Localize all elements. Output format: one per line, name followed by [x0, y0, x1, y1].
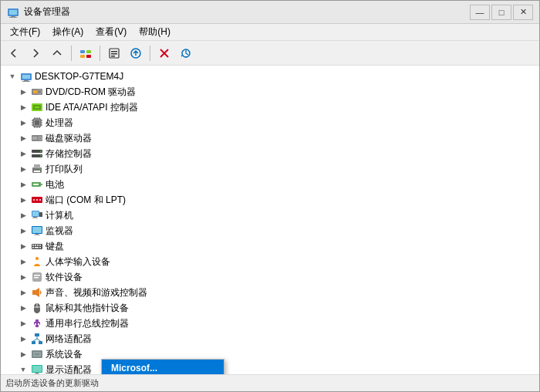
system-expand-icon[interactable]: ▶	[18, 349, 29, 360]
mouse-icon	[31, 302, 43, 314]
svg-rect-71	[39, 245, 41, 246]
svg-rect-77	[34, 275, 40, 276]
close-button[interactable]: ✕	[513, 5, 533, 20]
maximize-button[interactable]: □	[491, 5, 511, 20]
tree-container: ▼ DESKTOP-G7TEM4J ▶	[1, 66, 539, 374]
properties-button[interactable]	[104, 44, 124, 63]
root-label: DESKTOP-G7TEM4J	[35, 71, 123, 82]
keyboard-expand-icon[interactable]: ▶	[18, 241, 29, 252]
display-expand-icon[interactable]: ▼	[18, 364, 29, 374]
sound-icon	[31, 286, 43, 299]
computer-expand-icon[interactable]: ▶	[18, 210, 29, 221]
disk-label: 磁盘驱动器	[46, 132, 92, 145]
tree-item-network[interactable]: ▶ 网络适配器	[1, 331, 539, 346]
svg-rect-98	[35, 373, 39, 374]
dvd-expand-icon[interactable]: ▶	[18, 86, 29, 97]
software-label: 软件设备	[46, 271, 83, 284]
svg-rect-89	[39, 341, 42, 344]
uninstall-button[interactable]	[154, 44, 174, 63]
svg-rect-9	[111, 51, 117, 52]
tree-item-port[interactable]: ▶ 端口 (COM 和 LPT)	[1, 192, 539, 208]
menu-action[interactable]: 操作(A)	[46, 24, 89, 40]
ide-label: IDE ATA/ATAPI 控制器	[46, 101, 138, 114]
hid-expand-icon[interactable]: ▶	[18, 256, 29, 267]
dvd-icon	[31, 86, 43, 98]
tree-item-disk[interactable]: ▶ 磁盘驱动器	[1, 130, 539, 146]
toolbar-sep2	[100, 46, 100, 61]
network-expand-icon[interactable]: ▶	[18, 333, 29, 344]
software-icon	[31, 271, 43, 283]
cpu-icon	[31, 117, 43, 129]
tree-item-storage[interactable]: ▶ 存储控制器	[1, 146, 539, 161]
root-expand-icon[interactable]: ▼	[7, 71, 18, 82]
mouse-expand-icon[interactable]: ▶	[18, 302, 29, 313]
tree-item-battery[interactable]: ▶ 电池	[1, 177, 539, 192]
svg-rect-61	[33, 217, 37, 218]
svg-rect-1	[9, 10, 17, 15]
main-content[interactable]: ▼ DESKTOP-G7TEM4J ▶	[1, 66, 539, 374]
tree-item-dvd[interactable]: ▶ DVD/CD-ROM 驱动器	[1, 84, 539, 100]
tree-item-display[interactable]: ▼ 显示适配器	[1, 362, 539, 374]
serial-expand-icon[interactable]: ▶	[18, 318, 29, 329]
dvd-label: DVD/CD-ROM 驱动器	[46, 86, 136, 99]
svg-rect-78	[34, 277, 39, 279]
tree-item-ide[interactable]: ▶ IDE ATA/ATAPI 控制器	[1, 100, 539, 115]
software-expand-icon[interactable]: ▶	[18, 272, 29, 282]
svg-rect-42	[32, 137, 37, 140]
tree-item-print[interactable]: ▶ 打印队列	[1, 161, 539, 177]
menu-help[interactable]: 帮助(H)	[133, 24, 177, 40]
svg-rect-83	[35, 323, 36, 325]
svg-rect-66	[34, 235, 40, 235]
tree-item-keyboard[interactable]: ▶ 键盘	[1, 238, 539, 254]
menu-bar: 文件(F) 操作(A) 查看(V) 帮助(H)	[1, 24, 539, 41]
tree-item-mouse[interactable]: ▶ 鼠标和其他指针设备	[1, 300, 539, 316]
tree-item-serial[interactable]: ▶ 通用串行总线控制器	[1, 316, 539, 331]
update-driver-button[interactable]	[126, 44, 146, 63]
print-expand-icon[interactable]: ▶	[18, 164, 29, 174]
serial-icon	[31, 317, 43, 329]
port-expand-icon[interactable]: ▶	[18, 194, 29, 205]
up-button[interactable]	[47, 44, 67, 63]
svg-rect-18	[22, 81, 30, 82]
port-icon	[31, 194, 43, 206]
svg-rect-25	[35, 106, 39, 108]
hid-icon	[31, 255, 43, 268]
tree-item-cpu[interactable]: ▶	[1, 115, 539, 130]
back-button[interactable]	[4, 44, 24, 63]
monitor-label: 监视器	[46, 225, 73, 238]
show-all-button[interactable]	[76, 44, 96, 63]
cpu-expand-icon[interactable]: ▶	[18, 117, 29, 128]
battery-expand-icon[interactable]: ▶	[18, 179, 29, 190]
print-label: 打印队列	[46, 163, 83, 176]
tree-item-computer[interactable]: ▶ 计算机	[1, 208, 539, 223]
storage-expand-icon[interactable]: ▶	[18, 148, 29, 159]
network-label: 网络适配器	[46, 333, 92, 346]
tree-item-sound[interactable]: ▶ 声音、视频和游戏控制器	[1, 285, 539, 300]
status-bar: 启动所选设备的更新驱动	[1, 374, 539, 391]
tree-item-software[interactable]: ▶ 软件设备	[1, 269, 539, 285]
svg-line-92	[37, 339, 41, 341]
minimize-button[interactable]: —	[470, 5, 490, 20]
svg-rect-5	[86, 50, 91, 53]
svg-rect-10	[111, 53, 117, 55]
svg-point-46	[40, 155, 42, 157]
tree-item-system[interactable]: ▶ 系统设备	[1, 346, 539, 362]
serial-label: 通用串行总线控制器	[46, 317, 129, 330]
menu-file[interactable]: 文件(F)	[4, 24, 46, 40]
tree-root[interactable]: ▼ DESKTOP-G7TEM4J	[1, 69, 539, 84]
ide-icon	[31, 101, 43, 113]
tree-item-hid[interactable]: ▶ 人体学输入设备	[1, 254, 539, 269]
menu-view[interactable]: 查看(V)	[89, 24, 133, 40]
tree-item-monitor[interactable]: ▶ 监视器	[1, 223, 539, 238]
ide-expand-icon[interactable]: ▶	[18, 102, 29, 113]
sound-expand-icon[interactable]: ▶	[18, 287, 29, 298]
svg-rect-16	[22, 75, 30, 79]
storage-icon	[31, 147, 43, 160]
disk-expand-icon[interactable]: ▶	[18, 133, 29, 144]
display-icon	[31, 363, 43, 374]
scan-button[interactable]	[176, 44, 196, 63]
forward-button[interactable]	[25, 44, 46, 63]
monitor-expand-icon[interactable]: ▶	[18, 225, 29, 236]
svg-rect-20	[33, 90, 37, 93]
mouse-label: 鼠标和其他指针设备	[46, 302, 129, 315]
